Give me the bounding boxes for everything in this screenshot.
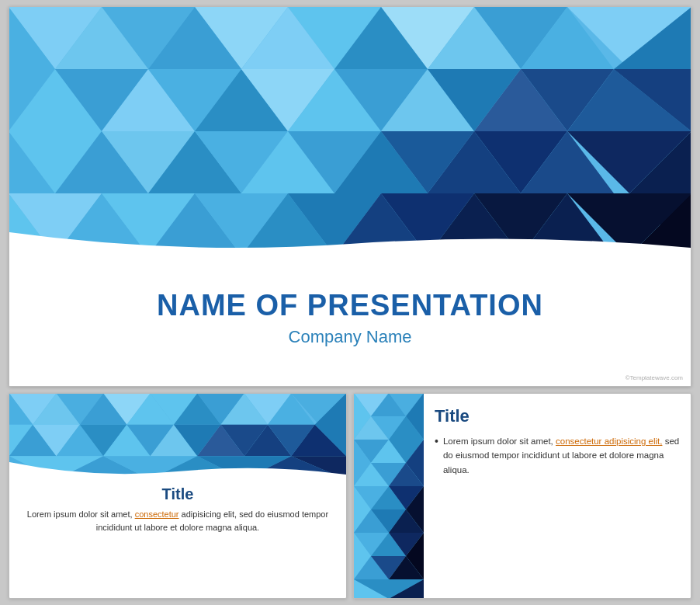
bullet-dot: • bbox=[435, 434, 438, 450]
slide1-content: Title Lorem ipsum dolor sit amet, consec… bbox=[9, 479, 346, 540]
company-name: Company Name bbox=[289, 327, 412, 347]
bottom-slides-row: Title Lorem ipsum dolor sit amet, consec… bbox=[9, 393, 691, 599]
poly-background bbox=[9, 7, 691, 256]
slide2-content: Title • Lorem ipsum dolor sit amet, cons… bbox=[424, 394, 691, 598]
side-poly bbox=[354, 394, 424, 598]
presentation-title: NAME OF PRESENTATION bbox=[157, 289, 543, 322]
small-slide-2: Title • Lorem ipsum dolor sit amet, cons… bbox=[353, 393, 691, 599]
slide1-body-underline: consectetur bbox=[135, 509, 179, 519]
main-content-area: NAME OF PRESENTATION Company Name bbox=[9, 250, 691, 386]
slide2-bullet: • Lorem ipsum dolor sit amet, consectetu… bbox=[435, 434, 680, 477]
watermark: ©Templatewave.com bbox=[625, 374, 683, 381]
slide1-title: Title bbox=[22, 485, 334, 503]
page-wrapper: NAME OF PRESENTATION Company Name ©Templ… bbox=[0, 0, 700, 605]
main-slide: NAME OF PRESENTATION Company Name ©Templ… bbox=[9, 6, 691, 387]
slide2-body-underline: consectetur adipisicing elit, bbox=[556, 436, 662, 446]
slide2-body-text: Lorem ipsum dolor sit amet, consectetur … bbox=[443, 434, 680, 477]
mini-poly-1 bbox=[9, 394, 346, 479]
slide1-body: Lorem ipsum dolor sit amet, consectetur … bbox=[22, 508, 334, 534]
slide2-title: Title bbox=[435, 406, 680, 426]
slide1-body-text1: Lorem ipsum dolor sit amet, bbox=[27, 509, 135, 519]
small-slide-1: Title Lorem ipsum dolor sit amet, consec… bbox=[9, 393, 347, 599]
slide2-body: • Lorem ipsum dolor sit amet, consectetu… bbox=[435, 434, 680, 477]
